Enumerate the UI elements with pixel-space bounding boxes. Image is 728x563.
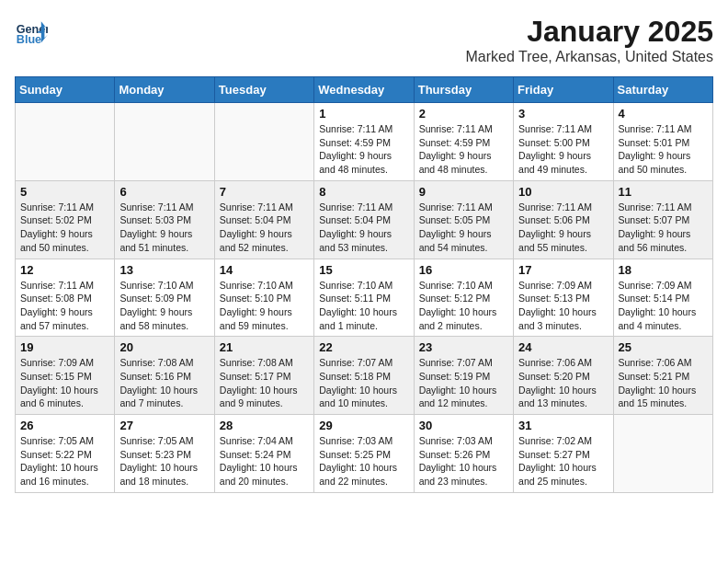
month-title: January 2025 [466,15,713,49]
weekday-header-saturday: Saturday [613,77,712,103]
day-number: 2 [419,107,508,121]
day-number: 3 [518,107,608,121]
calendar-cell: 8Sunrise: 7:11 AM Sunset: 5:04 PM Daylig… [314,180,414,259]
day-number: 22 [319,340,408,354]
day-number: 9 [419,185,508,199]
weekday-header-thursday: Thursday [414,77,513,103]
calendar-cell: 22Sunrise: 7:07 AM Sunset: 5:18 PM Dayli… [314,337,414,415]
day-number: 8 [319,185,408,199]
calendar-cell: 2Sunrise: 7:11 AM Sunset: 4:59 PM Daylig… [414,103,513,181]
location-title: Marked Tree, Arkansas, United States [466,49,713,65]
day-info: Sunrise: 7:03 AM Sunset: 5:26 PM Dayligh… [419,434,508,488]
calendar-cell: 20Sunrise: 7:08 AM Sunset: 5:16 PM Dayli… [115,337,214,415]
calendar-cell: 14Sunrise: 7:10 AM Sunset: 5:10 PM Dayli… [214,259,313,337]
calendar-row: 5Sunrise: 7:11 AM Sunset: 5:02 PM Daylig… [16,180,713,259]
day-info: Sunrise: 7:02 AM Sunset: 5:27 PM Dayligh… [518,434,608,488]
calendar-cell: 11Sunrise: 7:11 AM Sunset: 5:07 PM Dayli… [613,180,712,259]
logo-icon: General Blue [15,15,48,48]
calendar-cell: 26Sunrise: 7:05 AM Sunset: 5:22 PM Dayli… [16,415,115,493]
day-number: 6 [119,185,209,199]
day-number: 28 [220,419,309,432]
calendar-table: SundayMondayTuesdayWednesdayThursdayFrid… [15,76,713,493]
day-info: Sunrise: 7:08 AM Sunset: 5:17 PM Dayligh… [220,356,309,410]
day-info: Sunrise: 7:10 AM Sunset: 5:12 PM Dayligh… [419,279,508,333]
weekday-header-sunday: Sunday [16,77,115,103]
calendar-cell: 10Sunrise: 7:11 AM Sunset: 5:06 PM Dayli… [514,180,613,259]
day-number: 14 [220,263,309,277]
day-number: 29 [319,419,408,432]
calendar-row: 26Sunrise: 7:05 AM Sunset: 5:22 PM Dayli… [16,415,713,493]
day-number: 27 [119,419,209,432]
calendar-cell: 12Sunrise: 7:11 AM Sunset: 5:08 PM Dayli… [16,259,115,337]
calendar-cell: 31Sunrise: 7:02 AM Sunset: 5:27 PM Dayli… [514,415,613,493]
calendar-cell: 16Sunrise: 7:10 AM Sunset: 5:12 PM Dayli… [414,259,513,337]
day-info: Sunrise: 7:09 AM Sunset: 5:13 PM Dayligh… [518,279,608,333]
calendar-row: 19Sunrise: 7:09 AM Sunset: 5:15 PM Dayli… [16,337,713,415]
day-info: Sunrise: 7:11 AM Sunset: 5:01 PM Dayligh… [619,122,708,177]
day-info: Sunrise: 7:11 AM Sunset: 5:05 PM Dayligh… [419,201,508,255]
day-info: Sunrise: 7:07 AM Sunset: 5:18 PM Dayligh… [319,356,408,410]
weekday-header-row: SundayMondayTuesdayWednesdayThursdayFrid… [16,77,713,103]
calendar-cell: 7Sunrise: 7:11 AM Sunset: 5:04 PM Daylig… [214,180,313,259]
calendar-cell [115,103,214,181]
day-number: 7 [220,185,309,199]
calendar-row: 1Sunrise: 7:11 AM Sunset: 4:59 PM Daylig… [16,103,713,181]
calendar-cell: 27Sunrise: 7:05 AM Sunset: 5:23 PM Dayli… [115,415,214,493]
calendar-cell: 21Sunrise: 7:08 AM Sunset: 5:17 PM Dayli… [214,337,313,415]
calendar-cell: 1Sunrise: 7:11 AM Sunset: 4:59 PM Daylig… [314,103,414,181]
svg-text:Blue: Blue [17,33,41,46]
day-number: 5 [20,185,109,199]
day-info: Sunrise: 7:03 AM Sunset: 5:25 PM Dayligh… [319,434,408,488]
day-number: 4 [619,107,708,121]
day-info: Sunrise: 7:11 AM Sunset: 5:04 PM Dayligh… [319,201,408,255]
day-info: Sunrise: 7:09 AM Sunset: 5:15 PM Dayligh… [20,356,109,410]
calendar-cell: 9Sunrise: 7:11 AM Sunset: 5:05 PM Daylig… [414,180,513,259]
day-info: Sunrise: 7:08 AM Sunset: 5:16 PM Dayligh… [119,356,209,410]
calendar-cell: 30Sunrise: 7:03 AM Sunset: 5:26 PM Dayli… [414,415,513,493]
day-number: 10 [518,185,608,199]
day-info: Sunrise: 7:11 AM Sunset: 5:02 PM Dayligh… [20,201,109,255]
calendar-cell: 4Sunrise: 7:11 AM Sunset: 5:01 PM Daylig… [613,103,712,181]
calendar-cell: 18Sunrise: 7:09 AM Sunset: 5:14 PM Dayli… [613,259,712,337]
day-info: Sunrise: 7:05 AM Sunset: 5:22 PM Dayligh… [20,434,109,488]
day-number: 31 [518,419,608,432]
day-number: 15 [319,263,408,277]
calendar-cell: 23Sunrise: 7:07 AM Sunset: 5:19 PM Dayli… [414,337,513,415]
day-info: Sunrise: 7:11 AM Sunset: 4:59 PM Dayligh… [419,122,508,177]
calendar-cell: 15Sunrise: 7:10 AM Sunset: 5:11 PM Dayli… [314,259,414,337]
day-info: Sunrise: 7:07 AM Sunset: 5:19 PM Dayligh… [419,356,508,410]
calendar-cell: 24Sunrise: 7:06 AM Sunset: 5:20 PM Dayli… [514,337,613,415]
day-info: Sunrise: 7:06 AM Sunset: 5:21 PM Dayligh… [619,356,708,410]
day-info: Sunrise: 7:11 AM Sunset: 5:08 PM Dayligh… [20,279,109,333]
day-number: 16 [419,263,508,277]
weekday-header-wednesday: Wednesday [314,77,414,103]
weekday-header-friday: Friday [514,77,613,103]
calendar-cell: 3Sunrise: 7:11 AM Sunset: 5:00 PM Daylig… [514,103,613,181]
day-number: 30 [419,419,508,432]
day-number: 24 [518,340,608,354]
day-number: 26 [20,419,109,432]
calendar-cell [16,103,115,181]
day-number: 13 [119,263,209,277]
day-number: 11 [619,185,708,199]
weekday-header-tuesday: Tuesday [214,77,313,103]
day-info: Sunrise: 7:06 AM Sunset: 5:20 PM Dayligh… [518,356,608,410]
calendar-row: 12Sunrise: 7:11 AM Sunset: 5:08 PM Dayli… [16,259,713,337]
day-info: Sunrise: 7:11 AM Sunset: 5:03 PM Dayligh… [119,201,209,255]
title-block: January 2025 Marked Tree, Arkansas, Unit… [466,15,713,65]
calendar-cell [214,103,313,181]
day-number: 17 [518,263,608,277]
day-number: 19 [20,340,109,354]
day-info: Sunrise: 7:10 AM Sunset: 5:09 PM Dayligh… [119,279,209,333]
calendar-cell: 25Sunrise: 7:06 AM Sunset: 5:21 PM Dayli… [613,337,712,415]
calendar-cell: 13Sunrise: 7:10 AM Sunset: 5:09 PM Dayli… [115,259,214,337]
calendar-cell [613,415,712,493]
calendar-cell: 28Sunrise: 7:04 AM Sunset: 5:24 PM Dayli… [214,415,313,493]
day-number: 21 [220,340,309,354]
day-info: Sunrise: 7:11 AM Sunset: 5:04 PM Dayligh… [220,201,309,255]
day-info: Sunrise: 7:11 AM Sunset: 4:59 PM Dayligh… [319,122,408,177]
calendar-cell: 29Sunrise: 7:03 AM Sunset: 5:25 PM Dayli… [314,415,414,493]
day-info: Sunrise: 7:11 AM Sunset: 5:07 PM Dayligh… [619,201,708,255]
calendar-cell: 5Sunrise: 7:11 AM Sunset: 5:02 PM Daylig… [16,180,115,259]
day-number: 1 [319,107,408,121]
